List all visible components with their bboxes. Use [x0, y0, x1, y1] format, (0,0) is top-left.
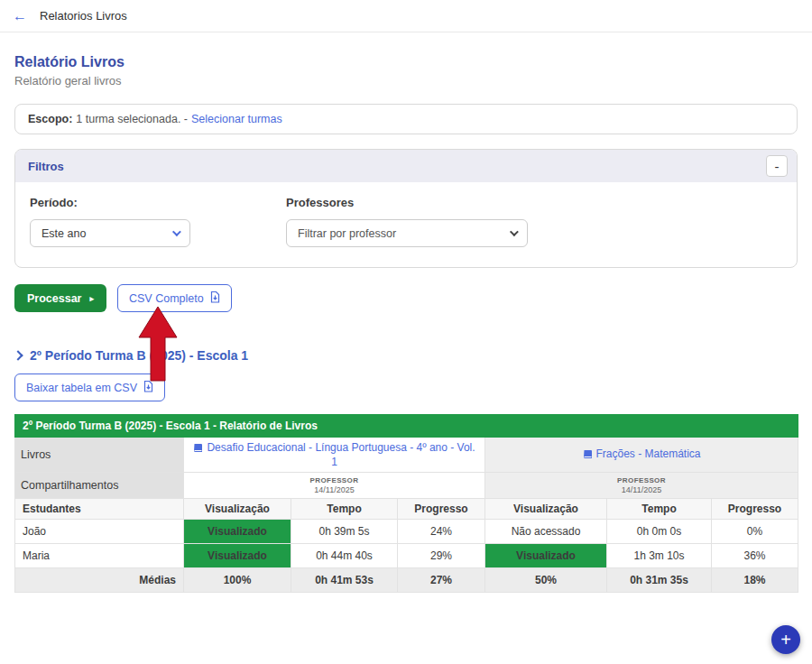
scope-box: Escopo: 1 turma selecionada. - Seleciona…: [14, 104, 798, 134]
col-header-visualizacao-2: Visualização: [485, 499, 607, 520]
back-arrow-icon[interactable]: ←: [13, 9, 27, 23]
professors-select[interactable]: Filtrar por professor: [286, 219, 528, 247]
view-status-cell: Não acessado: [485, 520, 607, 544]
period-label: Período:: [30, 196, 286, 209]
average-cell: 0h 41m 53s: [291, 568, 398, 593]
column-header-row: Estudantes Visualização Tempo Progresso …: [15, 499, 798, 520]
page-subtitle: Relatório geral livros: [14, 74, 798, 88]
filters-body: Período: Este ano Professores Filtrar po…: [15, 182, 797, 267]
student-name: João: [15, 520, 184, 544]
book-icon: [193, 443, 203, 456]
view-status-badge: Visualizado: [184, 520, 291, 544]
view-status-badge: Visualizado: [485, 544, 607, 568]
chevron-down-icon: [510, 227, 519, 236]
student-row: João Visualizado 0h 39m 5s 24% Não acess…: [15, 520, 798, 544]
chevron-right-icon: [13, 350, 23, 360]
share-cell-2: PROFESSOR 14/11/2025: [485, 473, 798, 499]
period-field: Período: Este ano: [30, 196, 286, 247]
col-header-tempo-2: Tempo: [607, 499, 712, 520]
book-cell-2: Frações - Matemática: [485, 438, 798, 473]
view-status-badge: Visualizado: [184, 544, 291, 568]
period-select[interactable]: Este ano: [30, 219, 190, 247]
average-cell: 18%: [712, 568, 798, 593]
topbar-title: Relatorios Livros: [40, 9, 127, 23]
time-cell: 0h 0m 0s: [607, 520, 712, 544]
filters-panel: Filtros - Período: Este ano Professores …: [14, 149, 798, 268]
time-cell: 0h 39m 5s: [291, 520, 398, 544]
process-button-label: Processar: [27, 292, 81, 305]
file-download-icon: [143, 381, 153, 395]
main-content: Relatório Livros Relatório geral livros …: [0, 54, 812, 593]
shares-row-label: Compartilhamentos: [15, 473, 184, 499]
books-row-label: Livros: [15, 438, 184, 473]
averages-label: Médias: [15, 568, 184, 593]
col-header-estudantes: Estudantes: [15, 499, 184, 520]
books-row: Livros Desafio Educacional - Língua Port…: [15, 438, 798, 473]
progress-cell: 0%: [712, 520, 798, 544]
download-row: Baixar tabela em CSV: [14, 374, 798, 401]
chevron-down-icon: [172, 227, 181, 236]
report-table-wrap: 2º Período Turma B (2025) - Escola 1 - R…: [14, 414, 798, 593]
play-icon: ▸: [89, 294, 94, 303]
actions-row: Processar ▸ CSV Completo: [14, 284, 798, 312]
file-download-icon: [210, 291, 220, 306]
period-select-value: Este ano: [42, 227, 86, 240]
average-cell: 50%: [485, 568, 607, 593]
average-cell: 100%: [184, 568, 291, 593]
professors-field: Professores Filtrar por professor: [286, 196, 528, 247]
book-link-1[interactable]: Desafio Educacional - Língua Portuguesa …: [193, 441, 475, 468]
col-header-progresso-2: Progresso: [712, 499, 798, 520]
scope-label: Escopo:: [28, 113, 72, 125]
share-date: 14/11/2025: [189, 485, 479, 494]
student-row: Maria Visualizado 0h 44m 40s 29% Visuali…: [15, 544, 798, 568]
share-date: 14/11/2025: [491, 485, 792, 494]
filters-header: Filtros -: [15, 150, 797, 182]
csv-complete-label: CSV Completo: [129, 292, 204, 305]
collapse-button[interactable]: -: [766, 155, 788, 177]
col-header-visualizacao-1: Visualização: [184, 499, 291, 520]
col-header-tempo-1: Tempo: [291, 499, 398, 520]
table-caption: 2º Período Turma B (2025) - Escola 1 - R…: [15, 415, 798, 438]
time-cell: 0h 44m 40s: [291, 544, 398, 568]
topbar: ← Relatorios Livros: [0, 0, 812, 32]
download-table-csv-button[interactable]: Baixar tabela em CSV: [14, 374, 165, 401]
select-classes-link[interactable]: Selecionar turmas: [191, 113, 282, 125]
share-by: PROFESSOR: [491, 476, 792, 484]
time-cell: 1h 3m 10s: [607, 544, 712, 568]
process-button[interactable]: Processar ▸: [14, 284, 106, 312]
book-title-2: Frações - Matemática: [596, 447, 701, 460]
professors-label: Professores: [286, 196, 528, 209]
page-title: Relatório Livros: [14, 54, 798, 70]
section-toggle[interactable]: 2º Período Turma B (2025) - Escola 1: [14, 348, 798, 363]
add-fab-button[interactable]: +: [771, 625, 800, 654]
filters-title: Filtros: [28, 160, 64, 173]
share-cell-1: PROFESSOR 14/11/2025: [184, 473, 485, 499]
csv-complete-button[interactable]: CSV Completo: [117, 284, 232, 312]
col-header-progresso-1: Progresso: [398, 499, 485, 520]
scope-text: 1 turma selecionada. -: [76, 113, 188, 125]
progress-cell: 36%: [712, 544, 798, 568]
section-title: 2º Período Turma B (2025) - Escola 1: [30, 348, 248, 363]
averages-row: Médias 100% 0h 41m 53s 27% 50% 0h 31m 35…: [15, 568, 798, 593]
shares-row: Compartilhamentos PROFESSOR 14/11/2025 P…: [15, 473, 798, 499]
book-link-2[interactable]: Frações - Matemática: [583, 447, 701, 460]
average-cell: 27%: [398, 568, 485, 593]
download-table-csv-label: Baixar tabela em CSV: [26, 382, 137, 394]
share-by: PROFESSOR: [189, 476, 479, 484]
average-cell: 0h 31m 35s: [607, 568, 712, 593]
book-icon: [583, 449, 593, 462]
progress-cell: 29%: [398, 544, 485, 568]
professors-select-value: Filtrar por professor: [298, 227, 396, 240]
table-caption-row: 2º Período Turma B (2025) - Escola 1 - R…: [15, 415, 798, 438]
progress-cell: 24%: [398, 520, 485, 544]
book-cell-1: Desafio Educacional - Língua Portuguesa …: [184, 438, 485, 473]
book-title-1: Desafio Educacional - Língua Portuguesa …: [207, 441, 475, 468]
report-table: 2º Período Turma B (2025) - Escola 1 - R…: [14, 414, 798, 593]
student-name: Maria: [15, 544, 184, 568]
